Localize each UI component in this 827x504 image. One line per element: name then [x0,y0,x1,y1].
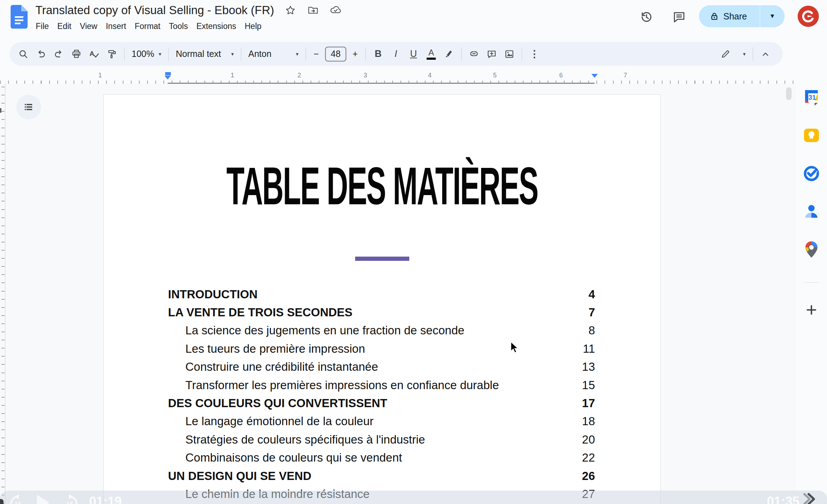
calendar-icon[interactable]: 31 [802,87,821,106]
toc-row[interactable]: Les tueurs de première impression 11 [168,340,595,358]
first-line-indent-marker[interactable] [165,72,171,75]
font-family-select[interactable]: Anton ▾ [245,45,302,63]
zoom-select[interactable]: 100% ▾ [128,45,165,63]
toc-page-number: 17 [582,397,595,410]
share-button[interactable]: Share ▼ [699,5,785,27]
ruler-number: 1 [231,72,234,79]
avatar-logo-icon [801,9,815,23]
toc-page-number: 4 [589,288,595,301]
rail-divider [804,282,819,283]
toc-row[interactable]: Construire une crédibilité instantanée 1… [168,358,595,376]
svg-text:15: 15 [66,501,73,504]
chevron-down-icon: ▾ [296,51,299,57]
document-title[interactable]: Translated copy of Visual Selling - Eboo… [35,4,274,17]
toc-row[interactable]: LA VENTE DE TROIS SECONDES 7 [168,303,595,321]
ruler-number: 6 [559,72,563,79]
font-size-input[interactable]: 48 [325,47,346,61]
toc-page-number: 26 [582,469,595,483]
video-controls-overlay [0,491,827,504]
contacts-icon[interactable] [802,203,821,221]
search-icon[interactable] [15,45,32,63]
toc-label: Stratégies de couleurs spécifiques à l'i… [168,433,425,446]
star-icon[interactable] [284,4,297,17]
google-docs-logo[interactable] [11,5,28,29]
insert-link-icon[interactable] [465,45,483,63]
increase-font-size-button[interactable]: + [348,45,362,63]
text-color-swatch [427,58,436,60]
undo-icon[interactable] [32,45,50,63]
share-dropdown[interactable]: ▼ [760,13,785,20]
print-icon[interactable] [68,45,85,63]
comments-icon[interactable] [670,8,688,26]
toc-row[interactable]: Le langage émotionnel de la couleur 18 [168,412,595,430]
underline-button[interactable]: U [405,45,422,63]
document-page[interactable]: TABLE DES MATIÈRES INTRODUCTION 4 LA VEN… [103,94,661,504]
collapse-toolbar-icon[interactable] [757,45,774,63]
add-comment-icon[interactable] [483,45,501,63]
keep-icon[interactable] [802,126,821,145]
tasks-icon[interactable] [802,164,821,182]
toc-page-number: 7 [589,306,595,319]
ruler-number: 3 [364,72,367,79]
play-icon[interactable] [37,495,50,504]
redo-icon[interactable] [50,45,68,63]
toc-label: Les tueurs de première impression [168,342,365,356]
toc-row[interactable]: Transformer les premières impressions en… [168,376,595,394]
menu-item[interactable]: Insert [102,20,131,33]
toc-page-number: 13 [582,360,595,374]
bold-button[interactable]: B [369,45,387,63]
mouse-cursor [510,341,520,353]
insert-image-icon[interactable] [501,45,518,63]
menu-item[interactable]: Tools [165,20,192,33]
vertical-ruler-line [5,84,5,504]
get-add-ons-button[interactable]: + [802,300,821,319]
chevron-down-icon: ▾ [231,51,234,57]
toc-page-number: 18 [582,415,595,428]
editing-mode-select[interactable]: ▾ [717,45,749,63]
ruler-number: 5 [493,72,497,79]
version-history-icon[interactable] [637,8,655,26]
ruler-number: 1 [98,72,102,79]
horizontal-ruler[interactable]: 11234567 [0,72,796,84]
highlight-color-icon[interactable] [440,45,458,63]
menu-item[interactable]: Format [131,20,165,33]
forward-15-icon[interactable]: 15 [59,493,80,504]
account-avatar[interactable] [798,6,819,27]
toc-row[interactable]: DES COULEURS QUI CONVERTISSENT 17 [168,394,595,412]
paragraph-style-select[interactable]: Normal text ▾ [172,45,237,63]
toolbar-separator [365,47,366,61]
italic-button[interactable]: I [387,45,405,63]
toc-row[interactable]: La science des jugements en une fraction… [168,322,595,340]
menu-item[interactable]: Help [241,20,266,33]
menu-item[interactable]: File [31,20,53,33]
decrease-font-size-button[interactable]: − [310,45,323,63]
paint-format-icon[interactable] [103,45,121,63]
elapsed-time: 01:19 [89,494,122,504]
skip-next-icon[interactable] [801,492,819,504]
svg-text:31: 31 [808,94,816,101]
left-indent-marker[interactable] [164,76,171,80]
menu-item[interactable]: View [76,20,102,33]
more-options-button[interactable]: ⋮ [526,45,543,63]
cloud-status-icon[interactable] [329,4,342,17]
spell-check-icon[interactable]: A [85,45,103,63]
toc-row[interactable]: INTRODUCTION 4 [168,285,595,303]
show-outline-button[interactable] [16,95,41,119]
toc-row[interactable]: Combinaisons de couleurs qui se vendent … [168,449,595,467]
scrollbar-thumb[interactable] [786,87,792,100]
lock-icon [710,12,719,21]
vertical-margin-marker[interactable] [0,108,1,113]
toc-row[interactable]: UN DESIGN QUI SE VEND 26 [168,467,595,485]
right-indent-marker[interactable] [591,74,598,78]
maps-icon[interactable] [802,240,821,259]
menu-item[interactable]: Extensions [192,20,241,33]
toc-page-number: 15 [582,379,595,392]
doc-heading: TABLE DES MATIÈRES [104,159,660,212]
menu-item[interactable]: Edit [53,20,76,33]
text-color-button[interactable]: A [422,45,440,63]
move-to-folder-icon[interactable] [307,4,319,17]
svg-text:15: 15 [15,501,22,504]
toolbar-separator [461,47,462,61]
toc-row[interactable]: Stratégies de couleurs spécifiques à l'i… [168,430,595,449]
rewind-15-icon[interactable]: 15 [8,493,28,504]
